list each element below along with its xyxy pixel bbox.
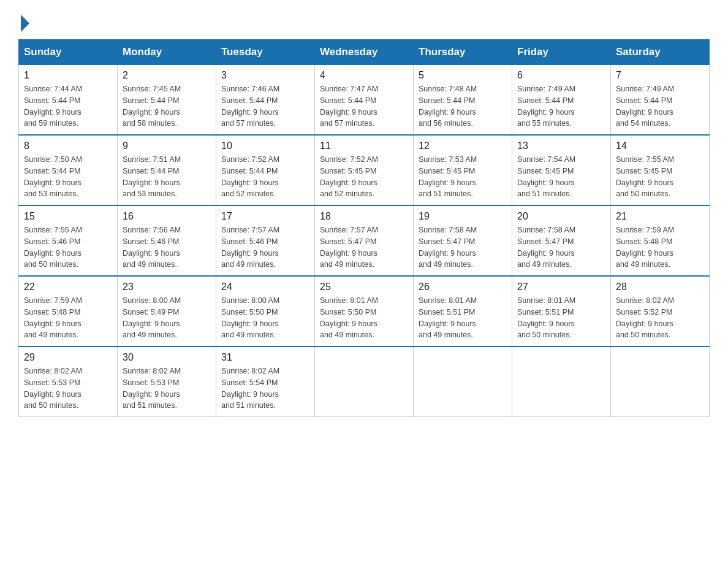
day-info: Sunrise: 7:55 AMSunset: 5:46 PMDaylight:… (24, 224, 112, 270)
calendar-cell: 28 Sunrise: 8:02 AMSunset: 5:52 PMDaylig… (611, 276, 710, 347)
day-number: 11 (320, 140, 408, 151)
calendar-week-3: 15 Sunrise: 7:55 AMSunset: 5:46 PMDaylig… (19, 205, 710, 276)
day-number: 7 (616, 70, 704, 81)
calendar-header-sunday: Sunday (19, 40, 118, 65)
calendar-cell: 25 Sunrise: 8:01 AMSunset: 5:50 PMDaylig… (315, 276, 414, 347)
calendar-cell: 11 Sunrise: 7:52 AMSunset: 5:45 PMDaylig… (315, 135, 414, 205)
logo (18, 12, 29, 27)
calendar-cell: 15 Sunrise: 7:55 AMSunset: 5:46 PMDaylig… (19, 205, 118, 276)
day-number: 28 (616, 282, 704, 293)
day-number: 31 (221, 352, 309, 363)
calendar-header-friday: Friday (512, 40, 611, 65)
day-info: Sunrise: 8:01 AMSunset: 5:51 PMDaylight:… (419, 295, 507, 341)
day-number: 20 (517, 211, 605, 222)
day-info: Sunrise: 7:58 AMSunset: 5:47 PMDaylight:… (517, 224, 605, 270)
day-number: 12 (419, 140, 507, 151)
day-info: Sunrise: 8:02 AMSunset: 5:53 PMDaylight:… (123, 366, 211, 412)
day-number: 21 (616, 211, 704, 222)
calendar-cell: 30 Sunrise: 8:02 AMSunset: 5:53 PMDaylig… (118, 347, 216, 417)
day-number: 13 (517, 140, 605, 151)
calendar-week-4: 22 Sunrise: 7:59 AMSunset: 5:48 PMDaylig… (19, 276, 710, 347)
calendar-header-wednesday: Wednesday (315, 40, 414, 65)
day-info: Sunrise: 7:56 AMSunset: 5:46 PMDaylight:… (123, 224, 211, 270)
calendar-week-2: 8 Sunrise: 7:50 AMSunset: 5:44 PMDayligh… (19, 135, 710, 205)
day-number: 22 (24, 282, 112, 293)
calendar-cell: 21 Sunrise: 7:59 AMSunset: 5:48 PMDaylig… (611, 205, 710, 276)
day-number: 27 (517, 282, 605, 293)
calendar-cell (611, 347, 710, 417)
day-info: Sunrise: 8:02 AMSunset: 5:52 PMDaylight:… (616, 295, 704, 341)
day-info: Sunrise: 8:00 AMSunset: 5:49 PMDaylight:… (123, 295, 211, 341)
calendar-cell: 18 Sunrise: 7:57 AMSunset: 5:47 PMDaylig… (315, 205, 414, 276)
calendar-cell (512, 347, 611, 417)
calendar-cell: 9 Sunrise: 7:51 AMSunset: 5:44 PMDayligh… (118, 135, 216, 205)
day-info: Sunrise: 7:53 AMSunset: 5:45 PMDaylight:… (419, 154, 507, 200)
day-info: Sunrise: 7:54 AMSunset: 5:45 PMDaylight:… (517, 154, 605, 200)
day-number: 29 (24, 352, 112, 363)
calendar-cell: 31 Sunrise: 8:02 AMSunset: 5:54 PMDaylig… (216, 347, 315, 417)
calendar-header-tuesday: Tuesday (216, 40, 315, 65)
day-number: 2 (123, 70, 211, 81)
calendar-cell: 19 Sunrise: 7:58 AMSunset: 5:47 PMDaylig… (414, 205, 512, 276)
day-number: 18 (320, 211, 408, 222)
day-number: 6 (517, 70, 605, 81)
day-number: 17 (221, 211, 309, 222)
day-number: 4 (320, 70, 408, 81)
day-number: 9 (123, 140, 211, 151)
calendar-cell: 14 Sunrise: 7:55 AMSunset: 5:45 PMDaylig… (611, 135, 710, 205)
day-number: 8 (24, 140, 112, 151)
day-number: 16 (123, 211, 211, 222)
day-info: Sunrise: 7:52 AMSunset: 5:44 PMDaylight:… (221, 154, 309, 200)
day-number: 26 (419, 282, 507, 293)
calendar-cell: 4 Sunrise: 7:47 AMSunset: 5:44 PMDayligh… (315, 65, 414, 136)
calendar-cell: 27 Sunrise: 8:01 AMSunset: 5:51 PMDaylig… (512, 276, 611, 347)
day-info: Sunrise: 7:46 AMSunset: 5:44 PMDaylight:… (221, 83, 309, 129)
calendar-week-5: 29 Sunrise: 8:02 AMSunset: 5:53 PMDaylig… (19, 347, 710, 417)
day-info: Sunrise: 7:57 AMSunset: 5:47 PMDaylight:… (320, 224, 408, 270)
calendar-cell: 10 Sunrise: 7:52 AMSunset: 5:44 PMDaylig… (216, 135, 315, 205)
day-number: 15 (24, 211, 112, 222)
calendar-cell: 7 Sunrise: 7:49 AMSunset: 5:44 PMDayligh… (611, 65, 710, 136)
day-info: Sunrise: 7:44 AMSunset: 5:44 PMDaylight:… (24, 83, 112, 129)
calendar-header-saturday: Saturday (611, 40, 710, 65)
calendar-cell: 17 Sunrise: 7:57 AMSunset: 5:46 PMDaylig… (216, 205, 315, 276)
day-info: Sunrise: 7:49 AMSunset: 5:44 PMDaylight:… (517, 83, 605, 129)
day-info: Sunrise: 8:01 AMSunset: 5:51 PMDaylight:… (517, 295, 605, 341)
calendar-header-monday: Monday (118, 40, 216, 65)
day-number: 5 (419, 70, 507, 81)
day-number: 24 (221, 282, 309, 293)
day-number: 1 (24, 70, 112, 81)
calendar-table: SundayMondayTuesdayWednesdayThursdayFrid… (18, 39, 710, 417)
calendar-cell: 8 Sunrise: 7:50 AMSunset: 5:44 PMDayligh… (19, 135, 118, 205)
calendar-header-row: SundayMondayTuesdayWednesdayThursdayFrid… (19, 40, 710, 65)
calendar-cell: 1 Sunrise: 7:44 AMSunset: 5:44 PMDayligh… (19, 65, 118, 136)
calendar-cell: 24 Sunrise: 8:00 AMSunset: 5:50 PMDaylig… (216, 276, 315, 347)
calendar-cell: 3 Sunrise: 7:46 AMSunset: 5:44 PMDayligh… (216, 65, 315, 136)
page-header (18, 12, 710, 27)
calendar-cell (315, 347, 414, 417)
day-info: Sunrise: 7:58 AMSunset: 5:47 PMDaylight:… (419, 224, 507, 270)
calendar-cell: 12 Sunrise: 7:53 AMSunset: 5:45 PMDaylig… (414, 135, 512, 205)
day-info: Sunrise: 7:52 AMSunset: 5:45 PMDaylight:… (320, 154, 408, 200)
calendar-cell: 5 Sunrise: 7:48 AMSunset: 5:44 PMDayligh… (414, 65, 512, 136)
day-info: Sunrise: 7:49 AMSunset: 5:44 PMDaylight:… (616, 83, 704, 129)
day-info: Sunrise: 7:48 AMSunset: 5:44 PMDaylight:… (419, 83, 507, 129)
calendar-cell: 2 Sunrise: 7:45 AMSunset: 5:44 PMDayligh… (118, 65, 216, 136)
calendar-header-thursday: Thursday (414, 40, 512, 65)
day-info: Sunrise: 7:59 AMSunset: 5:48 PMDaylight:… (24, 295, 112, 341)
day-info: Sunrise: 8:02 AMSunset: 5:53 PMDaylight:… (24, 366, 112, 412)
day-info: Sunrise: 8:00 AMSunset: 5:50 PMDaylight:… (221, 295, 309, 341)
day-number: 3 (221, 70, 309, 81)
calendar-cell: 13 Sunrise: 7:54 AMSunset: 5:45 PMDaylig… (512, 135, 611, 205)
day-number: 10 (221, 140, 309, 151)
day-info: Sunrise: 7:59 AMSunset: 5:48 PMDaylight:… (616, 224, 704, 270)
day-info: Sunrise: 7:51 AMSunset: 5:44 PMDaylight:… (123, 154, 211, 200)
calendar-cell (414, 347, 512, 417)
logo-arrow-icon (21, 15, 29, 32)
calendar-cell: 29 Sunrise: 8:02 AMSunset: 5:53 PMDaylig… (19, 347, 118, 417)
day-info: Sunrise: 7:50 AMSunset: 5:44 PMDaylight:… (24, 154, 112, 200)
day-info: Sunrise: 7:57 AMSunset: 5:46 PMDaylight:… (221, 224, 309, 270)
day-info: Sunrise: 7:47 AMSunset: 5:44 PMDaylight:… (320, 83, 408, 129)
day-info: Sunrise: 7:55 AMSunset: 5:45 PMDaylight:… (616, 154, 704, 200)
calendar-cell: 6 Sunrise: 7:49 AMSunset: 5:44 PMDayligh… (512, 65, 611, 136)
